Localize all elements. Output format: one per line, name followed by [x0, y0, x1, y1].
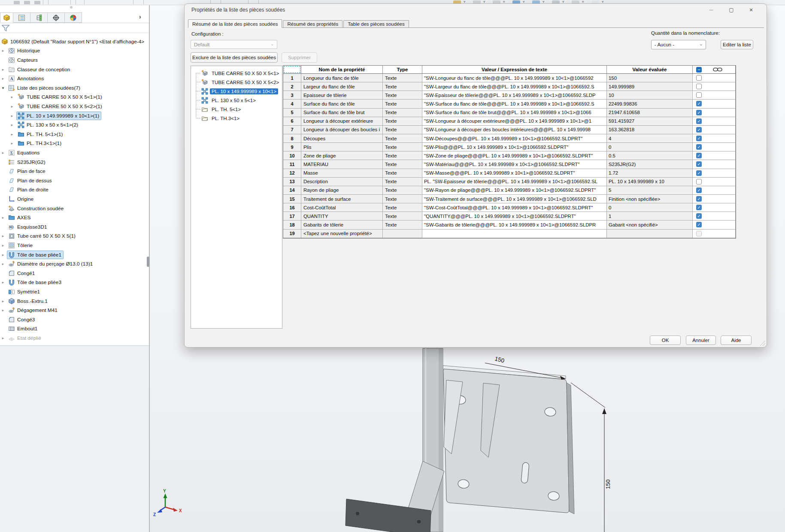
- panel-tab-design-tree-icon[interactable]: [13, 12, 30, 23]
- property-expression-cell[interactable]: [422, 230, 607, 238]
- tree-item[interactable]: Construction soudée: [0, 204, 149, 213]
- property-type-cell[interactable]: Texte: [383, 100, 422, 108]
- tree-item[interactable]: Congé1: [0, 269, 149, 278]
- expand-arrow-icon[interactable]: ▸: [0, 215, 6, 220]
- property-expression-cell[interactable]: "SW-Matériau@@@PL. 10 x 149.999989 x 10<…: [422, 160, 607, 169]
- tree-item[interactable]: ▸ΣEquations: [0, 148, 149, 157]
- expand-arrow-icon[interactable]: ▸: [9, 123, 15, 127]
- tree-item[interactable]: Congé3: [0, 315, 149, 324]
- tree-item[interactable]: ▸AXES: [0, 213, 149, 222]
- link-checkbox-cell[interactable]: ✓: [693, 203, 736, 212]
- panel-tab-property-manager-icon[interactable]: [30, 12, 48, 23]
- dimension-150-right[interactable]: 150: [605, 479, 611, 489]
- tree-item[interactable]: S235JR(G2): [0, 157, 149, 167]
- property-type-cell[interactable]: Texte: [383, 186, 422, 195]
- link-checkbox[interactable]: ✓: [696, 170, 702, 176]
- resize-grip[interactable]: [759, 340, 765, 346]
- property-name-cell[interactable]: MATERIAU: [301, 160, 383, 169]
- link-checkbox[interactable]: [696, 179, 702, 184]
- tree-item[interactable]: ▸PL. TH.3<1>(1): [0, 139, 149, 148]
- filter-funnel-icon[interactable]: [1, 24, 10, 33]
- minimize-button[interactable]: [706, 6, 716, 14]
- property-name-cell[interactable]: Surface du flanc de tôle brut: [301, 109, 383, 117]
- tree-item[interactable]: ▸PL. TH. 5<1>(1): [0, 130, 149, 139]
- tree-item[interactable]: Plan de face: [0, 166, 149, 176]
- link-checkbox[interactable]: ✓: [696, 118, 702, 124]
- tree-item[interactable]: Origine: [0, 194, 149, 204]
- exclude-from-cutlist-button[interactable]: Exclure de la liste des pièces soudées: [191, 52, 278, 63]
- link-checkbox-cell[interactable]: [693, 91, 736, 100]
- panel-splitter-thumb[interactable]: [147, 257, 149, 267]
- toolbar-fragment-icon[interactable]: [24, 1, 30, 4]
- link-checkbox[interactable]: ✓: [696, 136, 702, 141]
- property-type-cell[interactable]: Texte: [383, 178, 422, 186]
- expand-arrow-icon[interactable]: ▸: [0, 48, 6, 53]
- tree-item[interactable]: 1066592 (Default "Radar support N°1") <E…: [0, 37, 149, 46]
- panel-expand-chevron-icon[interactable]: [139, 13, 141, 20]
- property-type-cell[interactable]: Texte: [383, 91, 422, 100]
- link-checkbox[interactable]: ✓: [696, 110, 702, 115]
- property-expression-cell[interactable]: "SW-Surface du flanc de tôle brut@@@PL. …: [422, 109, 607, 117]
- property-name-cell[interactable]: QUANTITY: [301, 212, 383, 221]
- link-checkbox[interactable]: [696, 84, 702, 89]
- panel-tab-part-icon[interactable]: [0, 12, 13, 23]
- property-type-cell[interactable]: Texte: [383, 117, 422, 126]
- base-plate[interactable]: [443, 366, 574, 514]
- property-type-cell[interactable]: Texte: [383, 134, 422, 143]
- link-checkbox-cell[interactable]: [693, 178, 736, 186]
- expand-arrow-icon[interactable]: ▸: [0, 76, 6, 81]
- property-type-cell[interactable]: [383, 230, 422, 238]
- link-checkbox[interactable]: ✓: [696, 161, 702, 167]
- cutlist-tree-item[interactable]: PL. 130 x 50 x 5<1>: [196, 96, 258, 105]
- tree-item[interactable]: ▸PL. 130 x 50 x 5<1>(2): [0, 120, 149, 130]
- tree-item[interactable]: ▸TUBE CARRE 50 X 50 X 5<1>(1): [0, 93, 149, 102]
- link-checkbox-cell[interactable]: [693, 230, 736, 238]
- delete-button[interactable]: Supprimer: [282, 52, 317, 63]
- property-type-cell[interactable]: Texte: [383, 160, 422, 169]
- property-expression-cell[interactable]: "SW-Masse@@@PL. 10 x 149.999989 x 10<1>@…: [422, 169, 607, 178]
- link-checkbox-cell[interactable]: [693, 82, 736, 91]
- tree-item[interactable]: Plan de dessus: [0, 176, 149, 185]
- property-name-cell[interactable]: Gabarits de tôlerie: [301, 221, 383, 229]
- link-checkbox[interactable]: ✓: [696, 205, 702, 210]
- link-checkbox[interactable]: ✓: [696, 153, 702, 158]
- property-type-cell[interactable]: Texte: [383, 195, 422, 203]
- select-all-checkbox[interactable]: –: [696, 67, 702, 73]
- tree-item[interactable]: ▸Tube carré 50 X 50 X 5(1): [0, 232, 149, 241]
- expand-arrow-icon[interactable]: ▸: [9, 141, 15, 145]
- property-expression-cell[interactable]: "SW-Plis@@@PL. 10 x 149.999989 x 10<1>@1…: [422, 143, 607, 151]
- link-checkbox-cell[interactable]: [693, 74, 736, 82]
- property-expression-cell[interactable]: "SW-Longueur à découper des boucles inté…: [422, 126, 607, 134]
- link-checkbox-cell[interactable]: ✓: [693, 160, 736, 169]
- toolbar-fragment-icon[interactable]: [34, 1, 40, 4]
- property-type-cell[interactable]: Texte: [383, 221, 422, 229]
- link-checkbox[interactable]: [696, 75, 702, 81]
- property-type-cell[interactable]: Texte: [383, 109, 422, 117]
- link-checkbox[interactable]: ✓: [696, 222, 702, 227]
- link-checkbox[interactable]: ✓: [696, 196, 702, 202]
- property-type-cell[interactable]: Texte: [383, 74, 422, 82]
- property-name-cell[interactable]: Longueur à découper des boucles i: [301, 126, 383, 134]
- tree-item[interactable]: ▸Boss.-Extru.1: [0, 296, 149, 306]
- tree-item[interactable]: ▸Classeur de conception: [0, 65, 149, 74]
- property-type-cell[interactable]: Texte: [383, 203, 422, 212]
- expand-arrow-icon[interactable]: ▸: [0, 280, 6, 284]
- dialog-tab-1[interactable]: Résumé de la liste des pièces soudées: [188, 19, 282, 28]
- property-name-cell[interactable]: Traitement de surface: [301, 195, 383, 203]
- tree-item[interactable]: Embout1: [0, 324, 149, 334]
- expand-arrow-icon[interactable]: ▸: [0, 243, 6, 248]
- property-name-cell[interactable]: Largeur du flanc de tôle: [301, 82, 383, 91]
- expand-arrow-icon[interactable]: ▸: [0, 151, 6, 155]
- expand-arrow-icon[interactable]: ▸: [0, 262, 6, 266]
- tree-item[interactable]: ▸Tôle de base pliée1: [0, 250, 149, 260]
- cutlist-tree-item[interactable]: PL. 10 x 149.999989 x 10<1>: [196, 87, 278, 96]
- property-expression-cell[interactable]: "SW-Surface du flanc de tôle@@@PL. 10 x …: [422, 100, 607, 108]
- tree-item[interactable]: ▸Tôle de base pliée3: [0, 278, 149, 287]
- property-expression-cell[interactable]: "SW-Epaisseur de tôlerie@@@PL. 10 x 149.…: [422, 91, 607, 100]
- tree-item[interactable]: ▸Diamètre du perçage Ø13.0 (13)1: [0, 259, 149, 269]
- link-checkbox[interactable]: ✓: [696, 127, 702, 133]
- expand-arrow-icon[interactable]: ▸: [9, 114, 15, 118]
- property-name-cell[interactable]: Zone de pliage: [301, 151, 383, 160]
- expand-arrow-icon[interactable]: ▸: [0, 336, 6, 340]
- cutlist-tree-item[interactable]: PL. TH. 5<1>: [196, 105, 242, 114]
